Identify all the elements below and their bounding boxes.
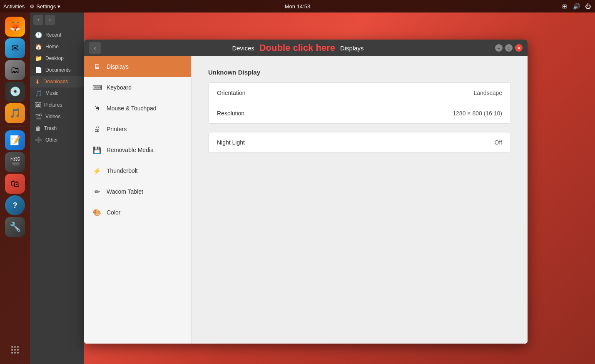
settings-body: 🖥 Displays ⌨ Keyboard 🖱 Mouse & Touchpad… — [84, 56, 528, 344]
pictures-icon: 🖼 — [35, 102, 41, 108]
nav-back-button[interactable]: ‹ — [33, 15, 43, 25]
settings-back-button[interactable]: ‹ — [89, 42, 101, 54]
store-dock-icon[interactable]: 🛍 — [5, 174, 25, 194]
file-item-label: Downloads — [43, 79, 68, 85]
desktop-icon: 📁 — [35, 55, 42, 62]
power-icon[interactable]: ⏻ — [584, 2, 592, 10]
taskbar-right: ⊞ 🔊 ⏻ — [561, 2, 592, 10]
resolution-label: Resolution — [217, 110, 244, 117]
file-item-label: Recent — [45, 32, 61, 38]
mail-dock-icon[interactable]: ✉ — [5, 38, 25, 58]
clock: Mon 14:53 — [285, 3, 310, 10]
video-dock-icon[interactable]: 🎬 — [5, 152, 25, 172]
svg-point-3 — [11, 349, 13, 351]
minimize-button[interactable]: – — [495, 44, 503, 52]
files-dock-icon[interactable]: 🗂 — [5, 60, 25, 80]
other-icon: ➕ — [35, 137, 42, 143]
help-dock-icon[interactable]: ? — [5, 195, 25, 215]
color-icon: 🎨 — [92, 208, 102, 217]
orientation-value: Landscape — [473, 90, 502, 96]
file-item-pictures[interactable]: 🖼 Pictures — [30, 99, 84, 111]
file-item-label: Desktop — [45, 55, 64, 61]
svg-point-1 — [14, 346, 16, 348]
sidebar-item-mouse-touchpad[interactable]: 🖱 Mouse & Touchpad — [84, 98, 191, 119]
orientation-label: Orientation — [217, 90, 245, 96]
window-controls: – □ ✕ — [495, 44, 523, 52]
sidebar-item-label: Printers — [107, 126, 127, 132]
back-icon: ‹ — [94, 45, 96, 51]
taskbar-left: Activities ⚙ Settings ▾ — [3, 3, 60, 10]
sidebar-item-wacom-tablet[interactable]: ✏ Wacom Tablet — [84, 181, 191, 202]
file-item-label: Home — [45, 44, 59, 50]
settings-titlebar-center: Devices Double click here Displays — [104, 42, 492, 53]
app-grid-button[interactable] — [5, 340, 25, 360]
file-item-label: Other — [45, 137, 58, 143]
sidebar-item-keyboard[interactable]: ⌨ Keyboard — [84, 77, 191, 98]
sidebar-item-label: Wacom Tablet — [107, 188, 143, 195]
thunderbolt-icon: ⚡ — [92, 166, 102, 175]
double-click-banner: Double click here — [259, 42, 335, 53]
maximize-button[interactable]: □ — [505, 44, 513, 52]
file-item-videos[interactable]: 🎬 Videos — [30, 111, 84, 122]
sidebar-item-label: Keyboard — [107, 84, 132, 91]
file-panel-items: 🕐 Recent 🏠 Home 📁 Desktop 📄 Documents ⬇ … — [30, 27, 84, 147]
disk-dock-icon[interactable]: 💿 — [5, 82, 25, 102]
resolution-value: 1280 × 800 (16:10) — [453, 110, 502, 117]
home-icon: 🏠 — [35, 43, 42, 50]
taskbar: Activities ⚙ Settings ▾ Mon 14:53 ⊞ 🔊 ⏻ — [0, 0, 595, 12]
sidebar-item-printers[interactable]: 🖨 Printers — [84, 119, 191, 140]
file-item-music[interactable]: 🎵 Music — [30, 87, 84, 99]
nav-forward-button[interactable]: › — [45, 15, 55, 25]
activities-button[interactable]: Activities — [3, 3, 25, 10]
sidebar-item-removable-media[interactable]: 💾 Removable Media — [84, 140, 191, 160]
file-item-desktop[interactable]: 📁 Desktop — [30, 52, 84, 64]
audio-dock-icon[interactable]: 🎵 — [5, 103, 25, 123]
svg-point-0 — [11, 346, 13, 348]
close-button[interactable]: ✕ — [515, 44, 523, 52]
downloads-icon: ⬇ — [35, 78, 40, 85]
file-item-documents[interactable]: 📄 Documents — [30, 64, 84, 76]
documents-icon: 📄 — [35, 67, 42, 73]
svg-point-6 — [11, 352, 13, 354]
keyboard-icon: ⌨ — [92, 83, 102, 92]
file-item-trash[interactable]: 🗑 Trash — [30, 122, 84, 134]
sidebar-item-color[interactable]: 🎨 Color — [84, 202, 191, 223]
file-item-recent[interactable]: 🕐 Recent — [30, 29, 84, 41]
resolution-row[interactable]: Resolution 1280 × 800 (16:10) — [209, 103, 510, 123]
night-light-label: Night Light — [217, 139, 245, 146]
svg-point-4 — [14, 349, 16, 351]
displays-header-title: Displays — [340, 45, 364, 52]
recent-icon: 🕐 — [35, 32, 42, 38]
sidebar-item-displays[interactable]: 🖥 Displays — [84, 56, 191, 77]
orientation-row[interactable]: Orientation Landscape — [209, 83, 510, 103]
application-dock: 🦊 ✉ 🗂 💿 🎵 📝 🎬 🛍 ? 🔧 — [0, 12, 30, 364]
file-item-label: Pictures — [44, 102, 62, 108]
settings-window: ‹ Devices Double click here Displays – □… — [84, 40, 528, 344]
dock-divider — [7, 127, 23, 127]
devices-title: Devices — [232, 45, 254, 52]
network-icon[interactable]: ⊞ — [561, 2, 568, 10]
firefox-dock-icon[interactable]: 🦊 — [5, 17, 25, 37]
file-item-other[interactable]: ➕ Other — [30, 134, 84, 146]
section-title: Unknown Display — [208, 69, 511, 76]
sidebar-item-label: Displays — [107, 63, 129, 70]
file-item-home[interactable]: 🏠 Home — [30, 41, 84, 52]
file-manager-panel: ‹ › 🕐 Recent 🏠 Home 📁 Desktop 📄 Document… — [30, 12, 84, 364]
volume-icon[interactable]: 🔊 — [573, 2, 580, 10]
removable-media-icon: 💾 — [92, 145, 102, 155]
tools-dock-icon[interactable]: 🔧 — [5, 217, 25, 237]
svg-point-2 — [17, 346, 19, 348]
night-light-row[interactable]: Night Light Off — [209, 132, 510, 152]
settings-menu-button[interactable]: ⚙ Settings ▾ — [30, 3, 60, 10]
settings-titlebar: ‹ Devices Double click here Displays – □… — [84, 40, 528, 56]
file-item-label: Documents — [45, 67, 71, 73]
printer-icon: 🖨 — [92, 125, 102, 134]
file-item-downloads[interactable]: ⬇ Downloads — [30, 76, 84, 87]
wacom-icon: ✏ — [92, 187, 102, 196]
displays-icon: 🖥 — [92, 62, 102, 71]
sidebar-item-thunderbolt[interactable]: ⚡ Thunderbolt — [84, 160, 191, 181]
sidebar-item-label: Thunderbolt — [107, 167, 138, 174]
settings-content: Unknown Display Orientation Landscape Re… — [192, 56, 528, 344]
sidebar-item-label: Mouse & Touchpad — [107, 105, 157, 112]
writer-dock-icon[interactable]: 📝 — [5, 130, 25, 150]
